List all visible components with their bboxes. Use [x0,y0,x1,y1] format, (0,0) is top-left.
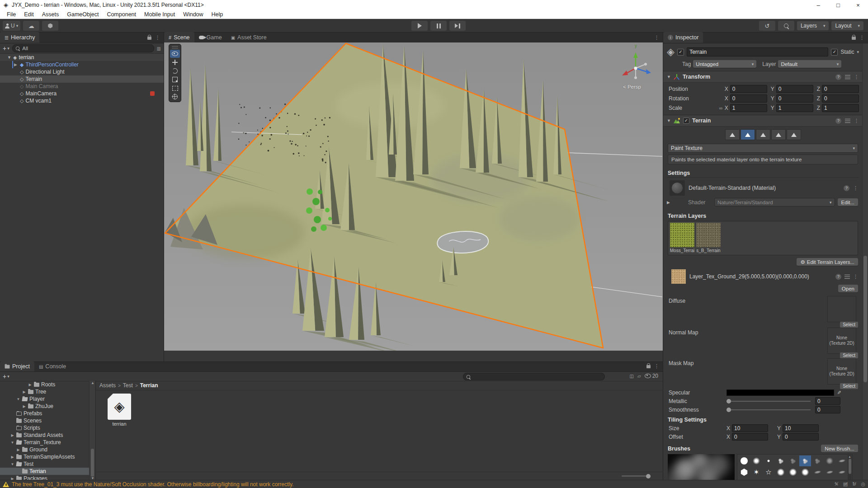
menu-mobile-input[interactable]: Mobile Input [140,11,179,18]
smoothness-slider[interactable] [726,407,811,413]
paint-terrain-button[interactable] [741,129,755,140]
project-folder-zhujue[interactable]: ▶ZhuJue [0,403,95,410]
brush-swatch-17[interactable] [836,467,848,478]
menu-help[interactable]: Help [208,11,227,18]
pause-button[interactable] [430,21,447,31]
edit-terrain-layers-button[interactable]: ⚙Edit Terrain Layers... [797,258,858,266]
link-icon[interactable]: ∞ [719,105,723,111]
expand-arrow-icon[interactable]: ▶ [28,383,32,387]
expand-arrow-icon[interactable]: ▼ [10,441,14,445]
scene-viewport[interactable]: y < Persp [164,42,663,351]
kebab-menu-icon[interactable]: ⋮ [859,35,864,41]
brush-swatch-5[interactable] [799,455,811,466]
metallic-slider[interactable] [726,398,811,404]
menu-component[interactable]: Component [103,11,140,18]
brush-swatch-1[interactable] [750,455,762,466]
metallic-field[interactable]: 0 [815,397,840,405]
paint-disabled-icon[interactable]: ✎̸ [835,481,839,487]
move-tool-button[interactable] [170,58,180,66]
view-tool-button[interactable] [170,50,180,58]
rect-tool-button[interactable] [170,84,180,92]
project-folder-roots[interactable]: ▶Roots [0,381,95,388]
tag-dropdown[interactable]: Untagged▾ [693,60,756,68]
account-button[interactable]: U▾ [3,21,20,31]
diffuse-thumbnail[interactable] [827,296,856,322]
size-x-field[interactable]: 10 [732,424,768,432]
expand-arrow-icon[interactable]: ▼ [10,462,14,466]
presets-icon[interactable] [844,275,850,279]
hierarchy-item-directional-light[interactable]: ◇Directional Light [0,68,164,75]
tab-console[interactable]: ▤Console [34,361,71,371]
mask-map-slot[interactable]: None(Texture 2D) [827,358,856,385]
transform-tool-button[interactable] [170,93,180,101]
kebab-menu-icon[interactable]: ⋮ [853,274,858,280]
help-icon[interactable]: ? [835,74,841,80]
play-button[interactable] [411,21,428,31]
brush-swatch-7[interactable] [824,455,835,466]
project-search[interactable] [463,373,605,380]
selected-layer-row[interactable]: Layer_Tex_Ground_29(5.000,5.000)(0.000,0… [663,267,863,284]
rotate-tool-button[interactable] [170,67,180,75]
brush-swatch-16[interactable] [824,467,835,478]
tab-scene[interactable]: #Scene [164,32,194,43]
menu-window[interactable]: Window [179,11,207,18]
minimize-button[interactable]: – [808,0,828,10]
kebab-menu-icon[interactable]: ⋮ [853,185,858,191]
brush-swatch-14[interactable] [799,467,811,478]
foldout-icon[interactable]: ▼ [7,55,11,60]
cloud-button[interactable]: ☁ [23,21,39,31]
paint-details-button[interactable] [771,129,786,140]
maximize-button[interactable]: □ [828,0,848,10]
open-layer-button[interactable]: Open [838,285,858,292]
create-neighbor-terrains-button[interactable] [725,129,740,140]
add-asset-button[interactable]: +▾ [3,373,9,380]
transform-header[interactable]: ▼ Transform ?⋮ [663,71,863,83]
expand-arrow-icon[interactable]: ▶ [10,433,14,437]
presets-icon[interactable] [845,75,850,79]
project-folder-tree[interactable]: ▶Tree [0,388,95,395]
terrain-settings-button[interactable] [787,129,801,140]
services-button[interactable] [42,21,58,31]
terrain-layer-item[interactable]: Moss_Terrai [670,223,695,253]
brush-swatch-12[interactable] [775,467,787,478]
brush-swatch-9[interactable] [738,467,750,478]
expand-arrow-icon[interactable]: ▶ [16,448,20,452]
brush-swatch-0[interactable] [738,455,750,466]
breadcrumb-segment-terrian[interactable]: Terrian [140,382,158,389]
expand-arrow-icon[interactable]: ▶ [22,390,26,394]
refresh-disabled-icon[interactable]: ↻̸ [852,481,856,487]
shader-edit-button[interactable]: Edit... [838,198,858,206]
expand-arrow-icon[interactable]: ▶ [10,455,14,459]
specular-color-swatch[interactable] [726,389,834,396]
expand-arrow-icon[interactable]: ▶ [22,404,26,408]
perspective-label[interactable]: < Persp [623,84,641,89]
label-icon[interactable]: ▱ [637,374,641,379]
terrain-layer-item[interactable]: s_B_Terrain [696,223,721,253]
rotation-x-field[interactable]: 0 [730,94,767,103]
project-folder-ground[interactable]: ▶Ground [0,446,95,453]
help-icon[interactable]: ? [835,274,841,280]
brush-swatch-6[interactable] [811,455,823,466]
static-checkbox[interactable]: ✓ [831,49,838,56]
brush-scrollbar[interactable]: ▲▼ [848,455,852,480]
position-x-field[interactable]: 0 [730,85,767,93]
status-check-icon[interactable]: ◎ [861,481,865,487]
hierarchy-item-terrain[interactable]: ◇Terrain [0,75,164,83]
enabled-checkbox[interactable]: ✓ [683,117,689,124]
project-folder-player[interactable]: ▼Player [0,395,95,403]
brush-swatch-2[interactable] [763,455,774,466]
project-folder-terrainsampleassets[interactable]: ▶TerrainSampleAssets [0,453,95,460]
hidden-count[interactable]: 20 [645,373,658,379]
object-name-field[interactable]: Terrain [687,47,829,56]
layers-disabled-icon[interactable]: ▤̸ [843,481,848,487]
kebab-menu-icon[interactable]: ⋮ [854,74,859,80]
project-search-input[interactable] [472,374,602,380]
layout-dropdown[interactable]: Layout▾ [831,21,863,30]
rotation-y-field[interactable]: 0 [776,94,813,103]
project-tree-scrollbar[interactable]: ▲▼ [89,381,95,480]
tab-inspector[interactable]: iInspector [663,32,703,43]
tab-hierarchy[interactable]: ☰Hierarchy [0,32,39,43]
kebab-menu-icon[interactable]: ⋮ [155,35,160,41]
project-folder-scenes[interactable]: Scenes [0,417,95,424]
hierarchy-item-main-camera[interactable]: ◇Main Camera [0,83,164,90]
